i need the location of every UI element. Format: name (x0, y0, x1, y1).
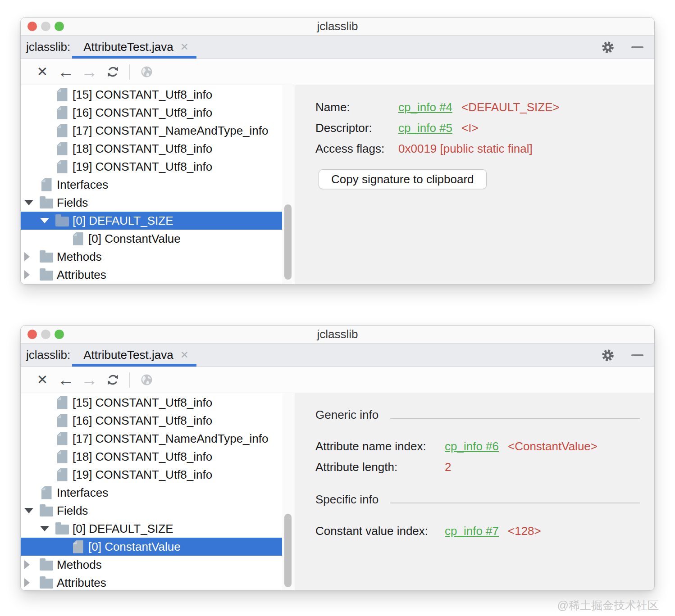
class-structure-tree: [15] CONSTANT_Utf8_info[16] CONSTANT_Utf… (21, 85, 282, 284)
expander-collapsed-icon[interactable] (24, 560, 39, 569)
tree-item[interactable]: Attributes (21, 574, 282, 591)
window-title: jclasslib (317, 19, 358, 33)
document-icon (55, 124, 69, 137)
expander-expanded-icon[interactable] (24, 200, 39, 205)
tree-item[interactable]: Interfaces (21, 176, 282, 194)
tree-item[interactable]: [18] CONSTANT_Utf8_info (21, 140, 282, 158)
detail-row-attribute-name-index: Attribute name index: cp_info #6 <Consta… (315, 436, 640, 457)
section-rule (390, 418, 640, 419)
detail-value: 0x0019 [public static final] (398, 142, 533, 156)
tree-item[interactable]: [15] CONSTANT_Utf8_info (21, 394, 282, 412)
tree-item[interactable]: [16] CONSTANT_Utf8_info (21, 412, 282, 430)
expander-collapsed-icon[interactable] (24, 252, 39, 261)
web-globe-icon[interactable] (135, 65, 158, 78)
back-button[interactable]: ← (54, 63, 78, 80)
tree-scrollbar-track[interactable] (282, 85, 295, 284)
reload-icon[interactable] (101, 373, 124, 387)
tree-item[interactable]: Attributes (21, 266, 282, 284)
minimize-window-button[interactable] (41, 330, 50, 339)
tree-item[interactable]: Methods (21, 556, 282, 574)
zoom-window-button[interactable] (55, 22, 64, 31)
titlebar[interactable]: jclasslib (21, 326, 654, 344)
folder-icon (39, 197, 54, 208)
back-button[interactable]: ← (54, 371, 78, 388)
tree-item[interactable]: Interfaces (21, 484, 282, 502)
forward-button[interactable]: → (78, 371, 101, 388)
tree-item[interactable]: [0] ConstantValue (21, 538, 282, 556)
close-window-button[interactable] (27, 22, 37, 31)
reload-icon[interactable] (101, 65, 124, 79)
detail-label: Attribute length: (315, 460, 445, 474)
cp-info-link[interactable]: cp_info #4 (398, 100, 452, 114)
cp-info-link[interactable]: cp_info #7 (445, 524, 499, 538)
detail-label: Constant value index: (315, 524, 445, 538)
settings-gear-icon[interactable] (601, 348, 615, 362)
tab-close-icon[interactable]: ✕ (180, 350, 189, 360)
tree-item-label: Interfaces (57, 178, 108, 192)
tree-item[interactable]: [0] ConstantValue (21, 230, 282, 248)
expander-expanded-icon[interactable] (24, 508, 39, 513)
tree-item[interactable]: [19] CONSTANT_Utf8_info (21, 466, 282, 484)
tree-item-label: [15] CONSTANT_Utf8_info (73, 396, 212, 410)
tab-attributetest[interactable]: AttributeTest.java ✕ (72, 36, 196, 59)
cp-info-link[interactable]: cp_info #5 (398, 121, 452, 135)
expander-expanded-icon[interactable] (40, 526, 55, 531)
tab-attributetest[interactable]: AttributeTest.java ✕ (72, 344, 196, 367)
window-title: jclasslib (317, 327, 358, 341)
watermark: @稀土掘金技术社区 (557, 598, 659, 613)
close-file-button[interactable]: ✕ (31, 65, 54, 78)
document-icon (71, 540, 85, 553)
close-window-button[interactable] (27, 330, 37, 339)
tree-item-label: [16] CONSTANT_Utf8_info (73, 106, 212, 120)
traffic-lights (27, 326, 64, 343)
detail-value: <DEFAULT_SIZE> (461, 100, 560, 114)
web-globe-icon[interactable] (135, 373, 158, 386)
detail-row-descriptor: Descriptor: cp_info #5 <I> (315, 118, 641, 138)
minimize-panel-icon[interactable] (631, 46, 643, 48)
folder-icon (55, 523, 69, 534)
minimize-panel-icon[interactable] (631, 354, 643, 356)
tree-item[interactable]: [18] CONSTANT_Utf8_info (21, 448, 282, 466)
traffic-lights (27, 18, 64, 35)
tree-item[interactable]: [17] CONSTANT_NameAndType_info (21, 122, 282, 140)
forward-button[interactable]: → (78, 63, 101, 80)
tab-label: AttributeTest.java (83, 40, 173, 54)
document-icon (55, 432, 69, 445)
section-title: Specific info (315, 493, 379, 507)
folder-icon (39, 269, 54, 281)
tree-item-label: [17] CONSTANT_NameAndType_info (73, 124, 268, 138)
tree-item[interactable]: [0] DEFAULT_SIZE (21, 212, 282, 230)
expander-collapsed-icon[interactable] (24, 270, 39, 279)
close-file-button[interactable]: ✕ (31, 373, 54, 386)
settings-gear-icon[interactable] (601, 40, 615, 54)
zoom-window-button[interactable] (55, 330, 64, 339)
app-label: jclasslib: (26, 40, 70, 54)
tree-item[interactable]: [15] CONSTANT_Utf8_info (21, 86, 282, 104)
tree-scrollbar-track[interactable] (282, 393, 295, 590)
tree-item[interactable]: [16] CONSTANT_Utf8_info (21, 104, 282, 122)
tree-item[interactable]: [17] CONSTANT_NameAndType_info (21, 430, 282, 448)
tree-item-label: [19] CONSTANT_Utf8_info (73, 468, 212, 482)
tree-item[interactable]: Fields (21, 502, 282, 520)
tree-item[interactable]: [0] DEFAULT_SIZE (21, 520, 282, 538)
tree-item-label: Fields (57, 504, 88, 518)
tree-item-label: [0] ConstantValue (88, 232, 181, 246)
tab-close-icon[interactable]: ✕ (180, 42, 189, 52)
titlebar[interactable]: jclasslib (21, 18, 654, 36)
toolbar: ✕ ← → (21, 59, 654, 85)
tree-item[interactable]: [19] CONSTANT_Utf8_info (21, 158, 282, 176)
expander-expanded-icon[interactable] (40, 218, 55, 223)
minimize-window-button[interactable] (41, 22, 50, 31)
tree-scrollbar-thumb[interactable] (284, 514, 292, 587)
tree-item[interactable]: Fields (21, 194, 282, 212)
detail-row-constant-value-index: Constant value index: cp_info #7 <128> (315, 521, 640, 541)
tree-scrollbar-thumb[interactable] (284, 204, 292, 280)
cp-info-link[interactable]: cp_info #6 (445, 439, 499, 453)
tab-bar: jclasslib: AttributeTest.java ✕ (21, 344, 654, 367)
tree-item-label: [0] ConstantValue (88, 540, 181, 554)
expander-collapsed-icon[interactable] (24, 578, 39, 587)
tree-item-label: [0] DEFAULT_SIZE (73, 214, 173, 228)
tree-item-label: [15] CONSTANT_Utf8_info (73, 88, 212, 102)
tree-item[interactable]: Methods (21, 248, 282, 266)
copy-signature-button[interactable]: Copy signature to clipboard (319, 169, 487, 189)
